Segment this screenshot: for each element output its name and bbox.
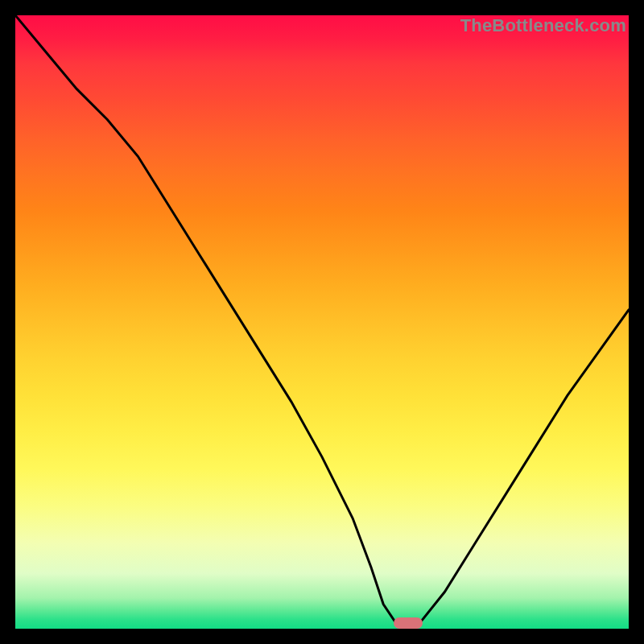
chart-frame: TheBottleneck.com xyxy=(0,0,644,644)
plot-area: TheBottleneck.com xyxy=(15,15,629,629)
bottleneck-curve xyxy=(15,15,629,629)
optimal-marker xyxy=(394,617,423,629)
